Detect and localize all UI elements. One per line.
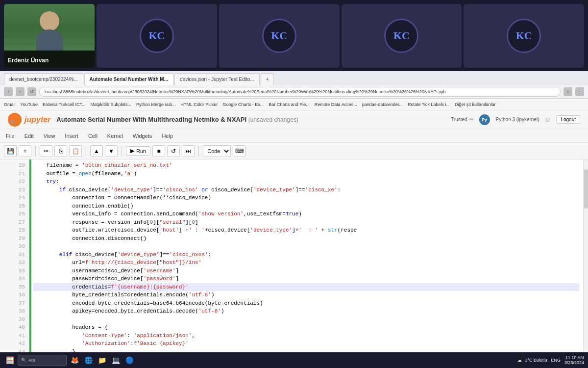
pencil-icon: ✏ [469, 117, 473, 122]
toolbar-sep-3 [122, 146, 122, 156]
toolbar-sep-2 [86, 146, 86, 156]
bookmark-html-color[interactable]: HTML Color Picker [181, 102, 218, 107]
menu-widgets[interactable]: Widgets [133, 133, 152, 139]
bookmark-rotate[interactable]: Rotate Tick Labels i... [408, 102, 450, 107]
stop-btn[interactable]: ■ [152, 145, 165, 157]
move-down-btn[interactable]: ▼ [105, 145, 118, 157]
code-line-34: password=cisco_device['password'] [33, 275, 579, 283]
code-area: 20 21 22 23 24 25 26 27 28 29 30 31 32 3… [0, 159, 588, 354]
code-line-36: byte_credentials=credentials.encode('utf… [33, 291, 579, 299]
vertical-scrollbar[interactable] [583, 159, 588, 354]
menu-insert[interactable]: Insert [65, 133, 78, 139]
code-line-38: apikey=encoded_byte_credentials.decode('… [33, 307, 579, 315]
bookmark-bar-charts[interactable]: Bar Charts and Pie... [269, 102, 310, 107]
bookmark-pandas[interactable]: pandas-datarender... [362, 102, 403, 107]
cell-type-select[interactable]: Code [203, 145, 231, 157]
bookmark-remote-data[interactable]: Remote Data Acces... [315, 102, 357, 107]
bookmark-gmail[interactable]: Gmail [4, 102, 16, 107]
bookmark-youtube[interactable]: YouTube [21, 102, 38, 107]
taskbar-terminal-icon[interactable]: 💻 [110, 354, 122, 366]
ln-28: 28 [19, 226, 25, 235]
address-input[interactable]: localhost:8888/notebooks/devnet_bootcamp… [39, 87, 561, 97]
ln-30: 30 [19, 242, 25, 251]
ln-37: 37 [19, 299, 25, 308]
code-line-27: response = version_info[0]["serial"][0] [33, 218, 579, 227]
search-icon: 🔍 [21, 358, 26, 363]
trusted-badge: Trusted ✏ [451, 117, 473, 122]
keyboard-btn[interactable]: ⌨ [233, 145, 245, 157]
menu-help[interactable]: Help [162, 133, 173, 139]
code-line-21: outfile = open(filename,'a') [33, 170, 579, 178]
cut-btn[interactable]: ✂ [40, 145, 52, 157]
code-line-24: connection = ConnectHandler(**cisco_devi… [33, 194, 579, 202]
ln-32: 32 [19, 259, 25, 267]
back-btn[interactable]: ‹ [4, 87, 13, 96]
bookmark-btn[interactable]: ☆ [564, 87, 572, 96]
tab-3[interactable]: devices.json - Jupyter Test Edito... [174, 73, 260, 85]
code-line-33: username=cisco_device['username'] [33, 267, 579, 275]
ln-22: 22 [19, 178, 25, 186]
code-cell[interactable]: 20 21 22 23 24 25 26 27 28 29 30 31 32 3… [0, 159, 588, 354]
browser-window: devnet_bootcamp/2302024/N... Automate Se… [0, 71, 588, 368]
clock-date: 3/23/2024 [564, 360, 584, 365]
menu-file[interactable]: File [6, 133, 15, 139]
ln-35: 35 [19, 283, 25, 291]
taskbar-edge-icon[interactable]: 🔵 [123, 354, 135, 366]
code-line-41: 'Content-Type': 'application/json', [33, 332, 579, 340]
forward-btn[interactable]: › [16, 87, 24, 96]
add-cell-btn[interactable]: + [19, 145, 31, 157]
save-btn[interactable]: 💾 [4, 145, 17, 157]
code-line-40: headers = { [33, 323, 579, 332]
bookmark-google-charts[interactable]: Google Charts - Ex... [222, 102, 264, 107]
tab-1[interactable]: devnet_bootcamp/2302024/N... [4, 73, 83, 85]
presenter-video: Erdeniz Ünvan [4, 4, 95, 68]
move-up-btn[interactable]: ▲ [90, 145, 103, 157]
clock-time: 11:10 AM [564, 355, 584, 360]
language-label: ENG [551, 358, 561, 363]
code-line-35: credentials=f'{username}:{password}' [33, 283, 579, 291]
presenter-name-label: Erdeniz Ünvan [8, 57, 49, 64]
bookmark-matplotlib[interactable]: Matplotlib Subplots... [90, 102, 131, 107]
taskbar-fox-icon[interactable]: 🦊 [69, 354, 80, 366]
taskbar-lang: ENG [551, 358, 561, 363]
taskbar-time: 11:10 AM 3/23/2024 [564, 355, 584, 365]
copy-btn[interactable]: ⎘ [54, 145, 67, 157]
menu-kernel[interactable]: Kernel [107, 133, 123, 139]
code-editor[interactable]: filename = 'bütün_cihazlar_seri_no.txt' … [29, 159, 583, 354]
participant-logo-4: KC [507, 19, 541, 53]
bookmark-python[interactable]: Python Merge sub... [136, 102, 176, 107]
notebook-content: 20 21 22 23 24 25 26 27 28 29 30 31 32 3… [0, 159, 588, 354]
menu-edit[interactable]: Edit [24, 133, 34, 139]
jupyter-menu-bar: File Edit View Insert Cell Kernel Widget… [0, 129, 588, 143]
ln-33: 33 [19, 267, 25, 275]
bookmark-erdeniz[interactable]: Erdeniz Turkcell ICT... [43, 102, 86, 107]
jupyter-brand: jupyter [24, 115, 50, 124]
menu-cell[interactable]: Cell [88, 133, 98, 139]
bookmark-diger[interactable]: Diğer şit kullanılanlar [455, 102, 496, 107]
new-tab-btn[interactable]: + [261, 73, 274, 85]
svg-point-0 [13, 116, 16, 119]
reload-btn[interactable]: ↺ [27, 87, 36, 96]
taskbar-chrome-icon[interactable]: 🌐 [82, 354, 94, 366]
code-line-32: url=f'http://{cisco_device["host"]}/ins' [33, 259, 579, 267]
tab-2-active[interactable]: Automate Serial Number With M... [84, 73, 173, 85]
restart-run-btn[interactable]: ⏭ [182, 145, 195, 157]
line-numbers: 20 21 22 23 24 25 26 27 28 29 30 31 32 3… [0, 159, 29, 354]
logout-button[interactable]: Logout [556, 115, 580, 124]
taskbar-right: ☁ 3°C Bulutlu ENG 11:10 AM 3/23/2024 [517, 355, 584, 365]
code-line-23: if cisco_device['device_type']=='cisco_i… [33, 186, 579, 194]
participant-logo-3: KC [384, 19, 418, 53]
menu-view[interactable]: View [44, 133, 55, 139]
code-line-29: connection.disconnect() [33, 235, 579, 243]
start-menu-icon[interactable]: 🪟 [4, 354, 16, 366]
weather-label: 3°C Bulutlu [525, 358, 547, 363]
kernel-status-icon: ○ [545, 114, 551, 125]
taskbar-search[interactable]: 🔍 Ara [18, 355, 67, 366]
scrollbar-thumb[interactable] [584, 169, 588, 209]
jupyter-toolbar: 💾 + ✂ ⎘ 📋 ▲ ▼ ▶ Run ■ ↺ ⏭ Code ⌨ [0, 143, 588, 159]
taskbar-folder-icon[interactable]: 📁 [96, 354, 108, 366]
settings-btn[interactable]: ⋮ [575, 87, 584, 96]
paste-btn[interactable]: 📋 [69, 145, 82, 157]
run-button[interactable]: ▶ Run [126, 146, 150, 156]
restart-btn[interactable]: ↺ [167, 145, 180, 157]
